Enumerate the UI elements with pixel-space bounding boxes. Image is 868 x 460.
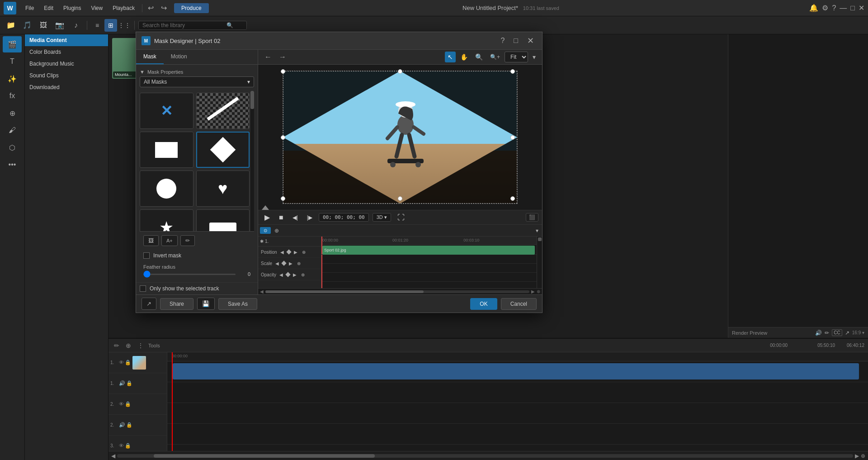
menu-view[interactable]: View bbox=[86, 3, 107, 13]
tab-mask[interactable]: Mask bbox=[136, 50, 164, 64]
invert-mask-checkbox[interactable] bbox=[143, 252, 150, 259]
tl-horizontal-scrollbar[interactable] bbox=[117, 454, 853, 458]
sidebar-more-icon[interactable]: ••• bbox=[3, 156, 22, 173]
sidebar-overlay-icon[interactable]: ⊕ bbox=[3, 105, 22, 121]
pos-kf-icon[interactable] bbox=[286, 249, 291, 254]
mask-item-wide-rect[interactable] bbox=[196, 209, 250, 231]
track-lock-icon-1a[interactable]: 🔒 bbox=[126, 380, 132, 386]
mini-tl-scroll-right[interactable]: ▶ bbox=[531, 289, 535, 294]
captions-btn[interactable]: ⬛ bbox=[526, 213, 538, 222]
3d-mode-btn[interactable]: 3D ▾ bbox=[373, 213, 391, 222]
mini-tl-hscrollbar[interactable] bbox=[265, 290, 529, 293]
timeline-marker-btn[interactable]: ⊙ bbox=[260, 227, 271, 234]
tl-menu-btn[interactable]: ⋮ bbox=[136, 341, 146, 350]
mask-item-circle[interactable] bbox=[140, 171, 193, 207]
only-selected-track-checkbox[interactable] bbox=[140, 285, 146, 292]
notifications-icon[interactable]: 🔔 bbox=[809, 4, 818, 12]
audio-icon[interactable]: ♪ bbox=[69, 18, 83, 33]
sidebar-media-icon[interactable]: 🎬 bbox=[3, 36, 22, 52]
track-lock-icon-2v[interactable]: 🔒 bbox=[125, 401, 131, 407]
handle-top-right[interactable] bbox=[510, 69, 515, 74]
scale-prev-kf-btn[interactable]: ◀ bbox=[274, 261, 280, 266]
opacity-add-kf-btn[interactable]: ⊕ bbox=[300, 272, 306, 278]
track-eye-icon-2v[interactable]: 👁 bbox=[119, 401, 124, 407]
mask-text-tool-btn[interactable]: A+ bbox=[161, 235, 178, 246]
mask-item-diamond[interactable] bbox=[196, 132, 250, 168]
preview-back-btn[interactable]: ← bbox=[262, 52, 274, 62]
dialog-ok-btn[interactable]: OK bbox=[470, 298, 497, 310]
list-view-btn[interactable]: ≡ bbox=[91, 19, 104, 32]
sidebar-sticker-icon[interactable]: ⬡ bbox=[3, 139, 22, 156]
stop-btn[interactable]: ■ bbox=[276, 213, 286, 223]
tab-motion[interactable]: Motion bbox=[164, 50, 194, 64]
next-frame-btn[interactable]: |▶ bbox=[304, 213, 315, 222]
settings-icon[interactable]: ⚙ bbox=[822, 4, 828, 12]
media-icon[interactable]: 🎵 bbox=[20, 18, 34, 33]
render-captions-icon[interactable]: CC bbox=[832, 329, 842, 336]
opacity-prev-kf-btn[interactable]: ◀ bbox=[278, 272, 284, 278]
track-ear-icon-2a[interactable]: 🔊 bbox=[119, 422, 125, 428]
mask-designer-dialog[interactable]: M Mask Designer | Sport 02 ? □ ✕ Mask Mo… bbox=[136, 32, 542, 313]
timeline-playhead[interactable] bbox=[172, 352, 173, 451]
pos-prev-kf-btn[interactable]: ◀ bbox=[279, 249, 285, 255]
select-tool-btn[interactable]: ↖ bbox=[445, 52, 456, 62]
pos-add-kf-btn[interactable]: ⊕ bbox=[301, 249, 307, 255]
clip-1v[interactable] bbox=[173, 363, 859, 379]
mini-tl-expand-btn[interactable]: ▾ bbox=[534, 227, 540, 234]
dialog-maximize-btn[interactable]: □ bbox=[511, 36, 521, 46]
sidebar-fx-icon[interactable]: fx bbox=[3, 88, 22, 104]
dialog-cancel-btn[interactable]: Cancel bbox=[501, 298, 537, 310]
handle-mid-right[interactable] bbox=[510, 135, 515, 140]
mask-item-x[interactable]: ✕ bbox=[140, 93, 193, 129]
menu-file[interactable]: File bbox=[21, 3, 38, 13]
tl-add-track-btn[interactable]: ⊕ bbox=[861, 453, 865, 459]
details-view-btn[interactable]: ⋮⋮ bbox=[118, 19, 131, 32]
tl-edit-btn[interactable]: ✏ bbox=[112, 341, 121, 350]
dialog-share-btn[interactable]: Share bbox=[160, 298, 193, 310]
opacity-next-kf-btn[interactable]: ▶ bbox=[292, 272, 298, 278]
mini-tl-vscrollbar[interactable] bbox=[537, 237, 542, 288]
dialog-save-as-btn[interactable]: Save As bbox=[218, 298, 257, 310]
render-edit-icon[interactable]: ✏ bbox=[825, 330, 829, 336]
handle-mid-left[interactable] bbox=[281, 135, 285, 140]
import-icon[interactable]: 📁 bbox=[4, 18, 18, 33]
minimize-icon[interactable]: — bbox=[840, 4, 847, 12]
pos-next-kf-btn[interactable]: ▶ bbox=[292, 249, 299, 255]
undo-button[interactable]: ↩ bbox=[145, 3, 156, 13]
mask-item-star[interactable]: ★ bbox=[140, 209, 193, 231]
play-btn[interactable]: ▶ bbox=[262, 212, 273, 223]
track-eye-icon-3v[interactable]: 👁 bbox=[119, 443, 124, 449]
library-item-sound-clips[interactable]: Sound Clips bbox=[25, 70, 108, 81]
dialog-share-icon-btn[interactable]: ↗ bbox=[142, 298, 156, 310]
mask-section-header[interactable]: ▼ Mask Properties bbox=[140, 67, 254, 76]
library-item-bg-music[interactable]: Background Music bbox=[25, 58, 108, 70]
tl-scroll-left-btn[interactable]: ◀ bbox=[111, 453, 115, 459]
mini-tl-scroll-left[interactable]: ◀ bbox=[260, 289, 264, 294]
zoom-out-btn[interactable]: 🔍 bbox=[472, 52, 486, 62]
handle-top[interactable] bbox=[398, 69, 402, 74]
mask-draw-tool-btn[interactable]: ✏ bbox=[180, 235, 195, 246]
fit-dropdown[interactable]: Fit bbox=[505, 52, 528, 62]
handle-bottom-right[interactable] bbox=[510, 196, 515, 201]
mini-tl-add-marker-btn[interactable]: ⊕ bbox=[273, 227, 281, 234]
sidebar-brush-icon[interactable]: 🖌 bbox=[3, 122, 22, 138]
fullscreen-btn[interactable]: ⛶ bbox=[395, 213, 407, 223]
tl-insert-btn[interactable]: ⊕ bbox=[124, 341, 133, 350]
track-lock-icon-3v[interactable]: 🔒 bbox=[125, 443, 131, 449]
render-export-icon[interactable]: ↗ bbox=[845, 330, 849, 336]
preview-forward-btn[interactable]: → bbox=[276, 52, 289, 62]
menu-playback[interactable]: Playback bbox=[108, 3, 139, 13]
all-masks-dropdown[interactable]: All Masks ▾ bbox=[140, 76, 254, 87]
mask-item-rect[interactable] bbox=[140, 132, 193, 168]
track-ear-icon-1a[interactable]: 🔊 bbox=[119, 380, 125, 386]
menu-edit[interactable]: Edit bbox=[39, 3, 58, 13]
hand-tool-btn[interactable]: ✋ bbox=[458, 52, 471, 62]
sidebar-effects-icon[interactable]: ✨ bbox=[3, 71, 22, 87]
menu-plugins[interactable]: Plugins bbox=[59, 3, 85, 13]
close-app-icon[interactable]: ✕ bbox=[859, 4, 864, 12]
library-item-downloaded[interactable]: Downloaded bbox=[25, 81, 108, 93]
redo-button[interactable]: ↪ bbox=[158, 3, 170, 13]
dialog-close-btn[interactable]: ✕ bbox=[524, 35, 537, 47]
mini-tl-add-btn[interactable]: ⊕ bbox=[537, 289, 540, 294]
scale-add-kf-btn[interactable]: ⊕ bbox=[296, 261, 302, 266]
